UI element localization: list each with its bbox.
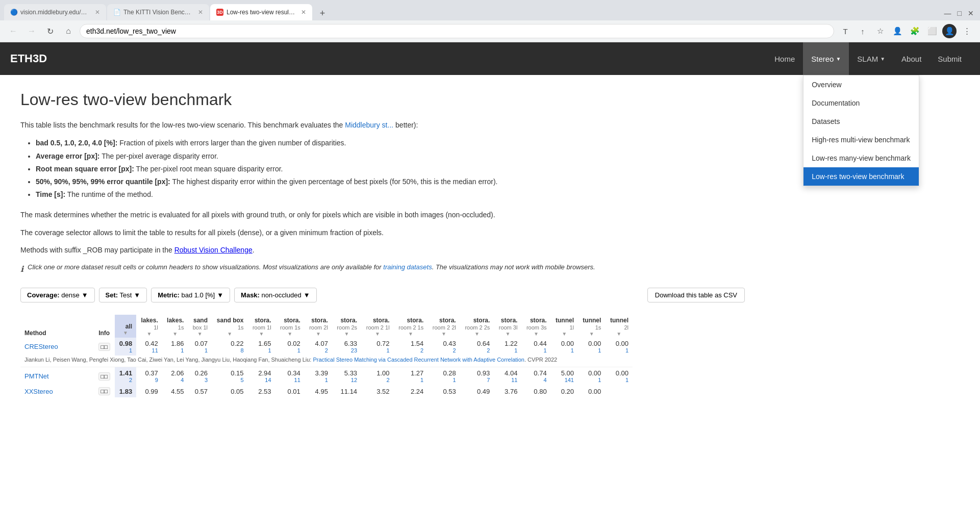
sand_box_1l-cell[interactable]: 0.57 [188,385,212,397]
tab-2[interactable]: 📄 The KITTI Vision Benchmark S... ✕ [107,4,209,20]
all-cell[interactable]: 1.83 [115,385,136,397]
stora_room_3l-cell[interactable]: 4.0411 [494,367,521,386]
sidebar-icon[interactable]: ⬜ [925,24,939,38]
stora_room_2_1s-cell[interactable]: 2.24 [394,385,428,397]
th-stora-room-2s[interactable]: stora.room 2s▼ [332,315,361,338]
stora_room_2s-cell[interactable]: 6.3323 [332,338,361,356]
stora_room_2_2s-cell[interactable]: 0.937 [460,367,494,386]
dropdown-lowres-many[interactable]: Low-res many-view benchmark [803,149,919,167]
th-tunnel-1l[interactable]: tunnel1l▼ [551,315,578,338]
stora_room_2l-cell[interactable]: 4.95 [305,385,332,397]
info-button[interactable]: □□ [98,372,110,381]
download-csv-button[interactable]: Download this table as CSV [647,288,745,302]
th-all[interactable]: all▼ [115,315,136,338]
th-stora-room-2l[interactable]: stora.room 2l▼ [305,315,332,338]
tunnel_1s-cell[interactable]: 0.001 [578,338,605,356]
set-dropdown[interactable]: Set: Test ▼ [99,288,147,302]
stora_room_1l-cell[interactable]: 1.651 [248,338,275,356]
stora_room_2_1s-cell[interactable]: 1.542 [394,338,428,356]
stora_room_3l-cell[interactable]: 3.76 [494,385,521,397]
minimize-button[interactable]: — [942,8,953,18]
mask-dropdown[interactable]: Mask: non-occluded ▼ [234,288,316,302]
sand_box_1s-cell[interactable]: 0.228 [212,338,248,356]
stora_room_1s-cell[interactable]: 0.3411 [275,367,305,386]
sand_box_1l-cell[interactable]: 0.071 [188,338,212,356]
lakes_1s-cell[interactable]: 4.55 [162,385,188,397]
info-button[interactable]: □□ [98,387,110,395]
forward-button[interactable]: → [24,24,39,38]
profile-icon[interactable]: 👤 [890,24,904,38]
tunnel_1l-cell[interactable]: 0.20 [551,385,578,397]
tab-3[interactable]: 3D Low-res two-view results - ET... ✕ [210,4,312,20]
all-cell[interactable]: 1.412 [115,367,136,386]
th-stora-room-2-1l[interactable]: stora.room 2 1l▼ [361,315,393,338]
middlebury-link[interactable]: Middlebury st... [345,121,393,129]
menu-icon[interactable]: ⋮ [960,24,974,38]
tunnel_1l-cell[interactable]: 0.001 [551,338,578,356]
extensions-icon[interactable]: 🧩 [908,24,922,38]
new-tab-button[interactable]: + [315,6,330,20]
account-icon[interactable]: 👤 [942,24,957,38]
stora_room_2_2l-cell[interactable]: 0.281 [428,367,460,386]
method-link[interactable]: CREStereo [24,343,58,350]
th-method[interactable]: Method [20,315,94,338]
sand_box_1s-cell[interactable]: 0.155 [212,367,248,386]
tab2-close[interactable]: ✕ [198,9,203,16]
method-link[interactable]: PMTNet [24,372,49,380]
tunnel_1l-cell[interactable]: 5.00141 [551,367,578,386]
stora_room_2_1s-cell[interactable]: 1.271 [394,367,428,386]
th-stora-room-1s[interactable]: stora.room 1s▼ [275,315,305,338]
stora_room_2_2s-cell[interactable]: 0.642 [460,338,494,356]
dropdown-documentation[interactable]: Documentation [803,94,919,112]
method-link[interactable]: XXStereo [24,388,53,395]
stora_room_2_1l-cell[interactable]: 3.52 [361,385,393,397]
dropdown-lowres-two[interactable]: Low-res two-view benchmark [803,167,919,186]
tunnel_2l-cell[interactable]: 0.001 [605,367,633,386]
back-button[interactable]: ← [6,24,20,38]
stora_room_2_2l-cell[interactable]: 0.53 [428,385,460,397]
stora_room_2_1l-cell[interactable]: 0.721 [361,338,393,356]
dropdown-datasets[interactable]: Datasets [803,112,919,131]
stora_room_2l-cell[interactable]: 3.391 [305,367,332,386]
th-stora-room-3l[interactable]: stora.room 3l▼ [494,315,521,338]
tunnel_2l-cell[interactable] [605,385,633,397]
translate-icon[interactable]: T [838,24,852,38]
stora_room_2_1l-cell[interactable]: 1.002 [361,367,393,386]
th-info[interactable]: Info [94,315,115,338]
stora_room_2s-cell[interactable]: 11.14 [332,385,361,397]
sand_box_1s-cell[interactable]: 0.05 [212,385,248,397]
stora_room_2s-cell[interactable]: 5.3312 [332,367,361,386]
site-brand[interactable]: ETH3D [10,52,47,65]
lakes_1l-cell[interactable]: 0.4211 [136,338,162,356]
th-stora-room-2-1s[interactable]: stora.room 2 1s▼ [394,315,428,338]
nav-about[interactable]: About [893,42,929,75]
coverage-dropdown[interactable]: Coverage: dense ▼ [20,288,95,302]
stora_room_3s-cell[interactable]: 0.80 [521,385,550,397]
stora_room_3l-cell[interactable]: 1.221 [494,338,521,356]
nav-submit[interactable]: Submit [929,42,970,75]
th-stora-room-1l[interactable]: stora.room 1l▼ [248,315,275,338]
th-sand-box-1s[interactable]: sand box1s▼ [212,315,248,338]
tab-1[interactable]: 🔵 vision.middlebury.edu/stereo/ ✕ [4,4,106,20]
stora_room_1s-cell[interactable]: 0.021 [275,338,305,356]
dropdown-highres[interactable]: High-res multi-view benchmark [803,131,919,149]
th-tunnel-2l[interactable]: tunnel2l▼ [605,315,633,338]
close-button[interactable]: ✕ [966,8,976,18]
lakes_1l-cell[interactable]: 0.379 [136,367,162,386]
stora_room_1l-cell[interactable]: 2.53 [248,385,275,397]
all-cell[interactable]: 0.981 [115,338,136,356]
share-icon[interactable]: ↑ [856,24,870,38]
rob-link[interactable]: Robust Vision Challenge [174,246,253,254]
info-button[interactable]: □□ [98,343,110,351]
stora_room_1s-cell[interactable]: 0.01 [275,385,305,397]
stora_room_2_2s-cell[interactable]: 0.49 [460,385,494,397]
reload-button[interactable]: ↻ [43,24,57,38]
nav-slam[interactable]: SLAM ▼ [849,42,893,75]
tunnel_2l-cell[interactable]: 0.001 [605,338,633,356]
stora_room_3s-cell[interactable]: 0.441 [521,338,550,356]
th-tunnel-1s[interactable]: tunnel1s▼ [578,315,605,338]
th-stora-room-3s[interactable]: stora.room 3s▼ [521,315,550,338]
citation-link[interactable]: Practical Stereo Matching via Cascaded R… [313,357,524,363]
tunnel_1s-cell[interactable]: 0.00 [578,385,605,397]
nav-stereo[interactable]: Stereo ▼ [803,42,849,75]
